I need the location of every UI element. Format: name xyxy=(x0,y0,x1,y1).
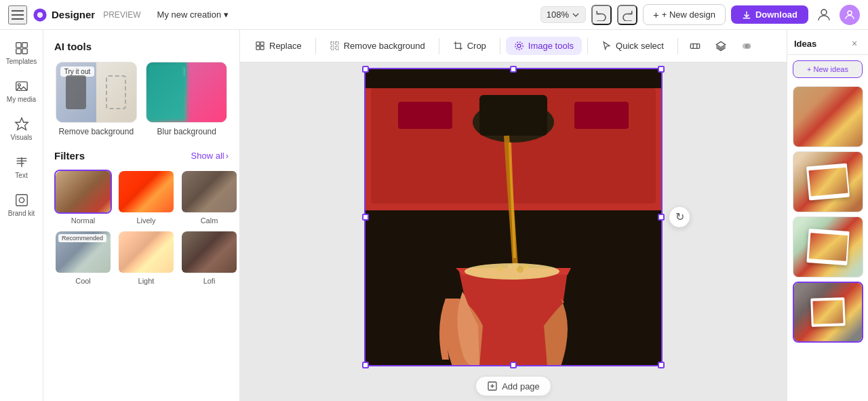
ai-panel-title: AI tools xyxy=(54,41,229,52)
svg-rect-22 xyxy=(256,46,260,50)
filter-light[interactable]: Light xyxy=(117,230,175,285)
svg-rect-7 xyxy=(16,43,20,47)
arrange-button[interactable] xyxy=(684,35,707,58)
idea-thumb-4[interactable] xyxy=(793,282,863,343)
svg-rect-26 xyxy=(331,47,334,50)
new-ideas-button[interactable]: + New ideas xyxy=(793,60,863,78)
image-tools-icon xyxy=(514,41,524,51)
visuals-label: Visuals xyxy=(10,134,32,141)
rotate-button[interactable]: ↻ xyxy=(669,207,690,227)
brand-kit-icon xyxy=(14,193,29,208)
blend-button[interactable] xyxy=(735,35,758,58)
ideas-title: Ideas xyxy=(794,39,816,49)
blur-bg-label: Blur background xyxy=(157,127,216,136)
svg-point-19 xyxy=(19,197,24,202)
plus-icon: + xyxy=(653,9,659,20)
text-icon xyxy=(14,155,29,170)
ai-tool-remove-background[interactable]: Try it out Remove background xyxy=(54,62,138,136)
canvas-svg xyxy=(364,68,663,366)
sidebar-item-text[interactable]: Text xyxy=(3,149,41,185)
remove-bg-preview: Try it out xyxy=(56,62,137,123)
ai-tool-blur-background[interactable]: Try it out Blur background xyxy=(145,62,229,136)
svg-marker-13 xyxy=(15,118,27,130)
doc-name-button[interactable]: My new creation ▾ xyxy=(152,7,235,22)
image-tools-label: Image tools xyxy=(528,41,574,51)
close-ideas-button[interactable]: × xyxy=(848,37,861,50)
redo-button[interactable] xyxy=(617,5,637,25)
new-ideas-label: + New ideas xyxy=(807,65,848,73)
show-all-button[interactable]: Show all › xyxy=(191,151,229,161)
svg-rect-10 xyxy=(22,49,26,54)
new-design-label: + New design xyxy=(662,9,715,20)
replace-button[interactable]: Replace xyxy=(247,37,310,55)
new-design-button[interactable]: + + New design xyxy=(643,4,726,25)
sidebar-item-brand-kit[interactable]: Brand kit xyxy=(3,187,41,223)
chevron-right-icon: › xyxy=(226,151,229,161)
add-page-label: Add page xyxy=(502,381,540,392)
canvas-image-container[interactable]: ↻ xyxy=(364,68,663,366)
brand-kit-label: Brand kit xyxy=(8,210,35,217)
canvas-area: Replace Remove background Crop xyxy=(240,30,787,401)
crop-label: Crop xyxy=(467,41,486,51)
svg-rect-9 xyxy=(16,49,20,54)
ai-tools-grid: Try it out Remove background Try it ou xyxy=(54,62,229,136)
filter-cool-label: Cool xyxy=(75,277,91,285)
replace-label: Replace xyxy=(269,41,302,51)
filter-calm[interactable]: Recommended Calm xyxy=(180,170,238,225)
layers-button[interactable] xyxy=(709,35,732,58)
filters-title: Filters xyxy=(54,150,85,161)
avatar[interactable] xyxy=(840,5,860,25)
sidebar-item-visuals[interactable]: Visuals xyxy=(3,111,41,147)
quick-select-button[interactable]: Quick select xyxy=(593,37,672,55)
filter-lofi-preview xyxy=(180,230,238,274)
templates-icon xyxy=(14,41,29,56)
remove-background-button[interactable]: Remove background xyxy=(321,37,433,55)
hamburger-menu[interactable] xyxy=(8,5,27,24)
undo-button[interactable] xyxy=(591,5,612,25)
app-name: Designer xyxy=(52,9,95,20)
svg-rect-27 xyxy=(335,47,338,50)
visuals-icon xyxy=(14,117,29,132)
text-label: Text xyxy=(15,172,27,179)
add-page-button[interactable]: Add page xyxy=(475,376,551,396)
filter-lofi[interactable]: Lofi xyxy=(180,230,238,285)
crop-icon xyxy=(453,41,463,51)
canvas-image xyxy=(364,68,663,366)
download-button[interactable]: Download xyxy=(731,5,808,24)
idea-thumb-image-2 xyxy=(793,152,863,212)
user-icon xyxy=(844,9,856,21)
remove-bg-toolbar-icon xyxy=(330,41,340,51)
quick-select-icon xyxy=(601,41,612,51)
idea-thumb-1[interactable] xyxy=(793,86,863,147)
svg-point-43 xyxy=(465,263,559,280)
idea-thumb-3[interactable] xyxy=(793,216,863,278)
svg-rect-20 xyxy=(256,42,260,45)
crop-button[interactable]: Crop xyxy=(445,37,494,55)
svg-point-35 xyxy=(745,43,751,49)
zoom-control[interactable]: 108% xyxy=(540,6,586,23)
idea-thumb-2[interactable] xyxy=(793,151,863,212)
svg-point-28 xyxy=(517,44,521,47)
svg-rect-30 xyxy=(690,43,699,48)
preview-label: PREVIEW xyxy=(103,10,140,20)
sidebar-item-templates[interactable]: Templates xyxy=(3,35,41,71)
canvas-viewport[interactable]: ↻ xyxy=(240,62,787,371)
remove-bg-toolbar-label: Remove background xyxy=(344,41,425,51)
svg-point-44 xyxy=(497,266,502,271)
my-media-icon xyxy=(14,79,29,94)
svg-point-46 xyxy=(517,266,524,273)
sidebar-item-my-media[interactable]: My media xyxy=(3,73,41,109)
idea-thumb-image-3 xyxy=(793,217,863,277)
filter-normal[interactable]: Normal xyxy=(54,170,112,225)
filter-cool[interactable]: Recommended Cool xyxy=(54,230,112,285)
download-icon xyxy=(742,10,751,20)
filter-lively-label: Lively xyxy=(136,216,155,225)
share-button[interactable] xyxy=(814,5,834,25)
filter-lively[interactable]: Recommended Lively xyxy=(117,170,175,225)
filter-light-label: Light xyxy=(138,277,155,285)
designer-logo-icon xyxy=(33,7,47,22)
undo-icon xyxy=(595,9,608,21)
filter-normal-preview xyxy=(54,170,112,214)
idea-thumb-image-1 xyxy=(793,87,863,147)
image-tools-button[interactable]: Image tools xyxy=(506,37,582,55)
